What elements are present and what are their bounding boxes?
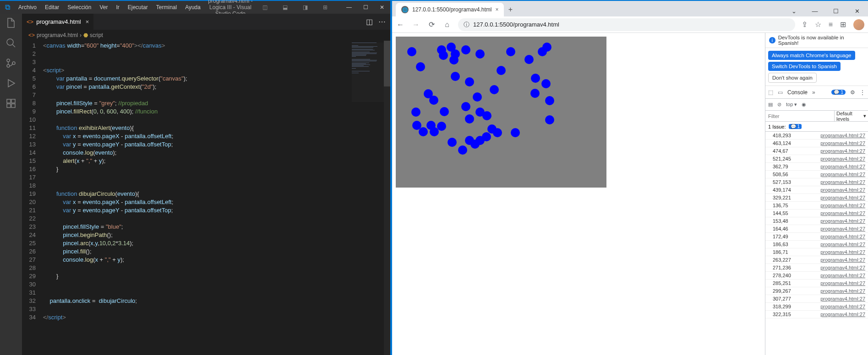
search-icon[interactable]	[5, 38, 16, 48]
issues-bar[interactable]: 1 Issue: 💬 1	[765, 122, 868, 132]
log-source-link[interactable]: programav4.html:27	[820, 257, 865, 263]
console-row[interactable]: 418,293programav4.html:27	[765, 132, 868, 140]
console-row[interactable]: 362,79programav4.html:27	[765, 163, 868, 171]
editor-more-icon[interactable]: ⋯	[378, 17, 386, 26]
minimap[interactable]	[352, 43, 384, 102]
chrome-tab[interactable]: 🌐 127.0.0.1:5500/programav4.html ×	[396, 3, 504, 16]
layout-bottom-icon[interactable]: ⬓	[277, 2, 293, 12]
console-row[interactable]: 144,55programav4.html:27	[765, 210, 868, 217]
log-source-link[interactable]: programav4.html:27	[820, 312, 865, 317]
editor-tab[interactable]: <> programav4.html ×	[22, 14, 94, 30]
scrollbar[interactable]	[384, 41, 390, 355]
explorer-icon[interactable]	[5, 17, 16, 28]
log-source-link[interactable]: programav4.html:27	[820, 288, 865, 294]
console-row[interactable]: 508,56programav4.html:27	[765, 171, 868, 178]
log-source-link[interactable]: programav4.html:27	[820, 265, 865, 270]
console-sidebar-icon[interactable]: ▤	[768, 102, 773, 108]
layout-left-icon[interactable]: ◫	[257, 2, 273, 12]
log-source-link[interactable]: programav4.html:27	[820, 133, 865, 138]
console-row[interactable]: 263,227programav4.html:27	[765, 256, 868, 264]
more-tabs-icon[interactable]: »	[812, 89, 815, 96]
inspect-icon[interactable]: ⬚	[768, 89, 773, 96]
console-row[interactable]: 164,46programav4.html:27	[765, 225, 868, 233]
canvas[interactable]	[396, 37, 606, 188]
settings-icon[interactable]: ⚙	[850, 89, 855, 96]
reload-button[interactable]: ⟳	[427, 20, 436, 29]
console-row[interactable]: 172,49programav4.html:27	[765, 233, 868, 241]
menu-ir[interactable]: Ir	[112, 2, 123, 12]
home-button[interactable]: ⌂	[442, 21, 452, 29]
menu-ayuda[interactable]: Ayuda	[181, 2, 204, 12]
run-debug-icon[interactable]	[5, 78, 16, 89]
tab-search-icon[interactable]: ⌄	[784, 8, 804, 15]
console-row[interactable]: 329,221programav4.html:27	[765, 194, 868, 202]
log-source-link[interactable]: programav4.html:27	[820, 148, 865, 154]
console-row[interactable]: 474,67programav4.html:27	[765, 147, 868, 155]
back-button[interactable]: ←	[396, 21, 405, 29]
clear-console-icon[interactable]: ⊘	[777, 102, 781, 108]
log-source-link[interactable]: programav4.html:27	[820, 234, 865, 239]
share-icon[interactable]: ⇪	[802, 20, 808, 29]
menu-editar[interactable]: Editar	[41, 2, 63, 12]
page-viewport[interactable]	[392, 33, 765, 355]
bookmark-icon[interactable]: ☆	[815, 20, 821, 29]
console-row[interactable]: 136,75programav4.html:27	[765, 202, 868, 210]
source-control-icon[interactable]	[5, 58, 16, 69]
filter-input[interactable]	[765, 113, 834, 119]
log-levels-selector[interactable]: Default levels ▾	[834, 111, 868, 121]
menu-terminal[interactable]: Terminal	[153, 2, 180, 12]
forward-button[interactable]: →	[411, 21, 420, 29]
menu-ejecutar[interactable]: Ejecutar	[124, 2, 152, 12]
console-row[interactable]: 186,63programav4.html:27	[765, 241, 868, 248]
maximize-button[interactable]: ☐	[826, 8, 846, 15]
console-row[interactable]: 285,251programav4.html:27	[765, 280, 868, 287]
message-badge[interactable]: 💬 1	[831, 90, 846, 95]
menu-ver[interactable]: Ver	[96, 2, 111, 12]
menu-seleccion[interactable]: Selección	[64, 2, 95, 12]
close-button[interactable]: ✕	[847, 8, 867, 15]
site-info-icon[interactable]: ⓘ	[464, 21, 469, 29]
context-selector[interactable]: top ▾	[786, 102, 797, 108]
profile-avatar[interactable]	[853, 19, 864, 30]
switch-spanish-button[interactable]: Switch DevTools to Spanish	[768, 62, 841, 71]
console-log[interactable]: 418,293programav4.html:27463,124programa…	[765, 132, 868, 355]
log-source-link[interactable]: programav4.html:27	[820, 249, 865, 255]
code-content[interactable]: <canvas width="600" height="400"></canva…	[43, 41, 390, 355]
log-source-link[interactable]: programav4.html:27	[820, 218, 865, 224]
log-source-link[interactable]: programav4.html:27	[820, 172, 865, 177]
console-tab[interactable]: Console	[787, 89, 808, 96]
console-row[interactable]: 463,124programav4.html:27	[765, 140, 868, 147]
log-source-link[interactable]: programav4.html:27	[820, 140, 865, 146]
device-toolbar-icon[interactable]: ▭	[778, 89, 783, 96]
log-source-link[interactable]: programav4.html:27	[820, 179, 865, 185]
console-row[interactable]: 439,174programav4.html:27	[765, 186, 868, 194]
split-editor-icon[interactable]: ◫	[366, 17, 373, 26]
log-source-link[interactable]: programav4.html:27	[820, 156, 865, 161]
log-source-link[interactable]: programav4.html:27	[820, 203, 865, 208]
layout-right-icon[interactable]: ◨	[297, 2, 313, 12]
log-source-link[interactable]: programav4.html:27	[820, 195, 865, 200]
console-row[interactable]: 318,299programav4.html:27	[765, 303, 868, 311]
new-tab-button[interactable]: +	[504, 5, 517, 16]
dont-show-button[interactable]: Don't show again	[768, 73, 817, 83]
console-row[interactable]: 521,245programav4.html:27	[765, 155, 868, 163]
dock-menu-icon[interactable]: ⋮	[860, 89, 865, 96]
console-row[interactable]: 186,71programav4.html:27	[765, 248, 868, 256]
console-row[interactable]: 299,267programav4.html:27	[765, 287, 868, 295]
live-expression-icon[interactable]: ◉	[802, 102, 806, 108]
log-source-link[interactable]: programav4.html:27	[820, 187, 865, 193]
minimize-button[interactable]: —	[805, 8, 825, 15]
tab-close-icon[interactable]: ×	[86, 18, 89, 25]
close-button[interactable]: ✕	[374, 2, 390, 12]
console-row[interactable]: 278,240programav4.html:27	[765, 272, 868, 280]
reading-list-icon[interactable]: ≡	[829, 21, 833, 29]
console-row[interactable]: 527,153programav4.html:27	[765, 178, 868, 186]
log-source-link[interactable]: programav4.html:27	[820, 210, 865, 216]
breadcrumb[interactable]: <> programav4.html › ⬣ script	[22, 30, 390, 41]
menu-archivo[interactable]: Archivo	[15, 2, 40, 12]
tab-close-icon[interactable]: ×	[495, 6, 498, 13]
url-bar[interactable]: ⓘ 127.0.0.1:5500/programav4.html	[458, 18, 795, 31]
code-editor[interactable]: 1234567891011121314151617181920212223242…	[22, 41, 390, 355]
log-source-link[interactable]: programav4.html:27	[820, 242, 865, 247]
log-source-link[interactable]: programav4.html:27	[820, 280, 865, 286]
